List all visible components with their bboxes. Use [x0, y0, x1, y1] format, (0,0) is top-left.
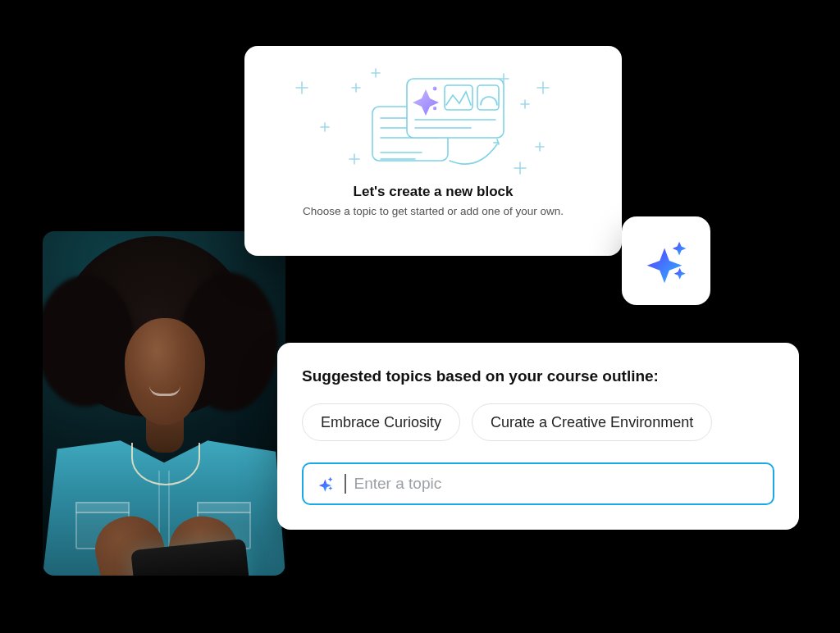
- create-block-title: Let's create a new block: [354, 184, 514, 200]
- topic-chip-row: Embrace Curiosity Curate a Creative Envi…: [302, 403, 774, 441]
- create-block-illustration: [277, 64, 589, 179]
- topic-chip-embrace-curiosity[interactable]: Embrace Curiosity: [302, 403, 460, 441]
- topic-input[interactable]: [354, 475, 760, 493]
- svg-rect-6: [407, 79, 504, 138]
- topic-chip-curate-creative-environment[interactable]: Curate a Creative Environment: [472, 403, 712, 441]
- input-caret: [345, 474, 346, 494]
- suggested-topics-heading: Suggested topics based on your course ou…: [302, 367, 774, 385]
- svg-point-7: [433, 87, 437, 91]
- svg-point-8: [433, 107, 436, 110]
- create-block-card: Let's create a new block Choose a topic …: [244, 46, 622, 256]
- sparkle-icon: [317, 475, 335, 493]
- ai-badge: [622, 216, 710, 305]
- suggested-topics-card: Suggested topics based on your course ou…: [277, 343, 799, 530]
- hero-photo: [43, 231, 285, 576]
- sparkle-icon: [641, 235, 692, 286]
- topic-input-container[interactable]: [302, 462, 774, 505]
- create-block-subtitle: Choose a topic to get started or add one…: [303, 205, 564, 217]
